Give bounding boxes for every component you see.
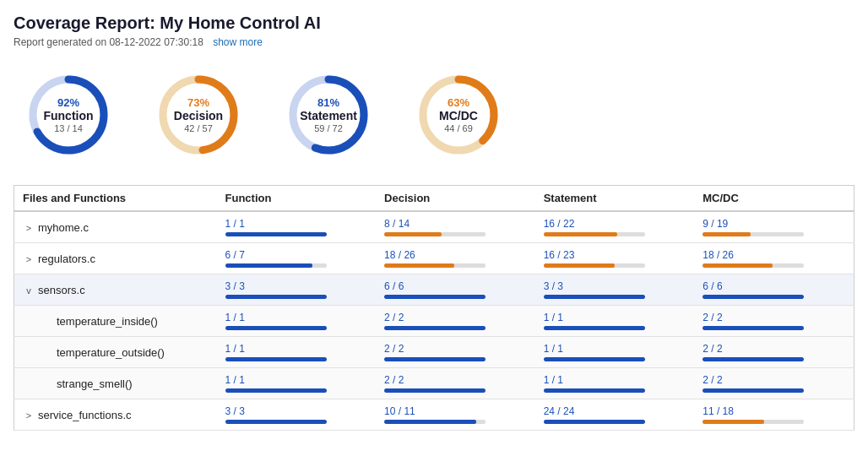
donut-label-decision: Decision	[174, 109, 223, 123]
func-name-5: strange_smell()	[23, 377, 133, 390]
row-0-decision: 8 / 14	[376, 211, 535, 243]
bar-fill-6-decision	[384, 420, 476, 424]
row-3-decision: 2 / 2	[376, 306, 535, 337]
row-4-function: 1 / 1	[217, 337, 377, 368]
donut-label-function: Function	[43, 109, 93, 123]
bar-cell-3-mcdc: 2 / 2	[703, 312, 845, 330]
bar-track-5-mcdc	[703, 388, 804, 393]
bar-fill-2-statement	[544, 295, 645, 299]
row-0-function: 1 / 1	[217, 211, 377, 243]
bar-fill-5-statement	[544, 388, 645, 393]
bar-cell-1-statement: 16 / 23	[544, 249, 686, 268]
report-meta: Report generated on 08-12-2022 07:30:18 …	[14, 36, 854, 48]
donut-mcdc: 63% MC/DC 44 / 69	[412, 68, 505, 161]
page-title: Coverage Report: My Home Control AI	[14, 14, 854, 33]
bar-track-6-mcdc	[703, 420, 804, 424]
bar-fill-5-function	[225, 388, 327, 393]
bar-cell-6-statement: 24 / 24	[544, 405, 686, 424]
bar-track-1-mcdc	[703, 263, 804, 268]
bar-fill-1-function	[225, 263, 312, 268]
donut-pct-decision: 73%	[174, 96, 223, 109]
bar-value-6-mcdc: 11 / 18	[703, 405, 845, 417]
bar-value-6-decision: 10 / 11	[384, 405, 527, 417]
bar-fill-5-decision	[384, 388, 486, 393]
bar-value-2-function: 3 / 3	[225, 280, 368, 292]
bar-cell-0-mcdc: 9 / 19	[703, 218, 845, 236]
row-2-function: 3 / 3	[217, 274, 377, 306]
bar-track-1-decision	[384, 263, 486, 268]
expand-icon-0[interactable]: >	[23, 222, 35, 234]
bar-fill-3-decision	[384, 326, 486, 330]
bar-track-6-statement	[544, 420, 645, 424]
bar-cell-1-function: 6 / 7	[225, 249, 368, 268]
donut-center-mcdc: 63% MC/DC 44 / 69	[439, 96, 478, 133]
bar-cell-3-statement: 1 / 1	[544, 312, 686, 330]
bar-value-5-decision: 2 / 2	[384, 374, 527, 386]
bar-value-6-function: 3 / 3	[225, 405, 368, 417]
bar-fill-0-mcdc	[703, 232, 750, 236]
bar-track-2-function	[225, 295, 327, 299]
table-row: >service_functions.c 3 / 3 10 / 11 24 / …	[14, 399, 854, 431]
row-5-function: 1 / 1	[217, 368, 377, 399]
bar-value-4-function: 1 / 1	[225, 343, 368, 355]
bar-value-0-statement: 16 / 22	[544, 218, 686, 230]
bar-track-1-statement	[544, 263, 645, 268]
expand-icon-6[interactable]: >	[23, 410, 35, 421]
bar-value-5-function: 1 / 1	[225, 374, 368, 386]
bar-track-0-decision	[384, 232, 486, 236]
row-2-mcdc: 6 / 6	[694, 274, 854, 306]
bar-cell-5-function: 1 / 1	[225, 374, 368, 393]
row-6-function: 3 / 3	[217, 399, 377, 431]
donut-pct-statement: 81%	[300, 96, 357, 109]
expand-icon-1[interactable]: >	[23, 253, 35, 265]
show-more-link[interactable]: show more	[213, 36, 263, 48]
charts-row: 92% Function 13 / 14 73% Decision 42 / 5…	[14, 62, 854, 168]
bar-cell-1-mcdc: 18 / 26	[703, 249, 845, 268]
bar-fill-4-function	[225, 357, 327, 361]
chart-mcdc: 63% MC/DC 44 / 69	[404, 68, 513, 161]
bar-cell-4-decision: 2 / 2	[384, 343, 527, 361]
row-1-mcdc: 18 / 26	[694, 243, 854, 274]
bar-cell-2-function: 3 / 3	[225, 280, 368, 299]
bar-value-3-function: 1 / 1	[225, 312, 368, 323]
table-row: temperature_inside() 1 / 1 2 / 2 1 / 1	[14, 306, 854, 337]
row-3-statement: 1 / 1	[535, 306, 695, 337]
row-name-6: >service_functions.c	[14, 399, 217, 431]
row-4-decision: 2 / 2	[376, 337, 535, 368]
expand-icon-2[interactable]: v	[23, 285, 35, 296]
bar-value-5-statement: 1 / 1	[544, 374, 686, 386]
row-1-statement: 16 / 23	[535, 243, 695, 274]
bar-fill-6-mcdc	[703, 420, 764, 424]
row-2-statement: 3 / 3	[535, 274, 695, 306]
row-3-function: 1 / 1	[217, 306, 377, 337]
bar-value-2-mcdc: 6 / 6	[703, 280, 845, 292]
table-row: strange_smell() 1 / 1 2 / 2 1 / 1	[14, 368, 854, 399]
func-name-3: temperature_inside()	[23, 315, 158, 328]
bar-fill-0-function	[225, 232, 327, 236]
bar-fill-4-decision	[384, 357, 486, 361]
bar-track-2-decision	[384, 295, 486, 299]
bar-track-5-function	[225, 388, 327, 393]
bar-track-3-mcdc	[703, 326, 804, 330]
row-0-mcdc: 9 / 19	[694, 211, 854, 243]
table-row: >regulators.c 6 / 7 18 / 26 16 / 23	[14, 243, 854, 274]
row-name-1: >regulators.c	[14, 243, 217, 274]
bar-cell-0-decision: 8 / 14	[384, 218, 527, 236]
row-name-4: temperature_outside()	[14, 337, 217, 368]
table-row: >myhome.c 1 / 1 8 / 14 16 / 22	[14, 211, 854, 243]
chart-function: 92% Function 13 / 14	[14, 68, 123, 161]
row-5-mcdc: 2 / 2	[694, 368, 854, 399]
bar-value-0-function: 1 / 1	[225, 218, 368, 230]
col-header-2: Decision	[376, 186, 535, 212]
col-header-1: Function	[217, 186, 377, 212]
bar-value-4-decision: 2 / 2	[384, 343, 527, 355]
donut-label-mcdc: MC/DC	[439, 109, 478, 123]
row-1-function: 6 / 7	[217, 243, 377, 274]
bar-value-3-statement: 1 / 1	[544, 312, 686, 323]
bar-value-1-statement: 16 / 23	[544, 249, 686, 261]
bar-cell-3-function: 1 / 1	[225, 312, 368, 330]
bar-track-0-mcdc	[703, 232, 804, 236]
bar-cell-5-statement: 1 / 1	[544, 374, 686, 393]
bar-cell-6-function: 3 / 3	[225, 405, 368, 424]
row-name-0: >myhome.c	[14, 211, 217, 243]
